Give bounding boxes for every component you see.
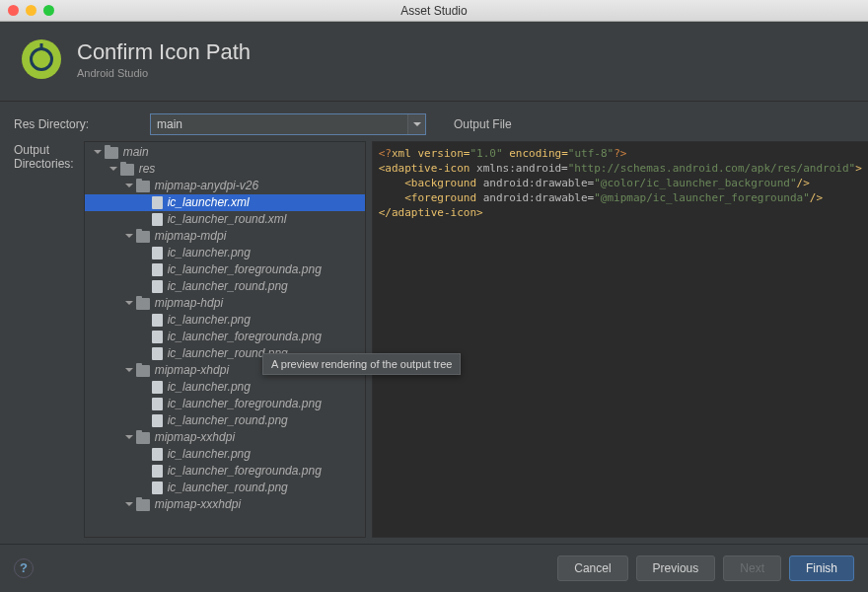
output-file-label: Output File [452, 117, 512, 131]
file-icon [152, 381, 163, 394]
tree-item-label: ic_launcher.png [168, 245, 251, 261]
file-icon [152, 331, 163, 343]
tree-item-label: mipmap-anydpi-v26 [155, 178, 258, 194]
tree-file[interactable]: ic_launcher.png [85, 312, 365, 329]
disclosure-triangle-icon[interactable] [124, 366, 134, 376]
tree-item-label: ic_launcher_round.png [168, 278, 288, 295]
spacer [140, 467, 150, 477]
tree-item-label: ic_launcher.png [168, 312, 251, 329]
tree-item-label: ic_launcher.png [168, 379, 251, 396]
folder-icon [136, 365, 150, 377]
tree-folder[interactable]: mipmap-mdpi [85, 228, 365, 245]
folder-icon [136, 298, 150, 310]
spacer [140, 450, 150, 460]
tree-folder[interactable]: res [85, 161, 365, 178]
disclosure-triangle-icon[interactable] [124, 182, 134, 191]
page-title: Confirm Icon Path [77, 39, 251, 65]
tree-item-label: ic_launcher_round.xml [168, 211, 287, 228]
disclosure-triangle-icon[interactable] [124, 433, 134, 443]
spacer [140, 198, 150, 208]
tree-file[interactable]: ic_launcher_foregrounda.png [85, 463, 365, 480]
tree-folder[interactable]: mipmap-xxhdpi [85, 429, 365, 446]
tree-file[interactable]: ic_launcher_round.png [85, 412, 365, 429]
tree-file[interactable]: ic_launcher_round.png [85, 278, 365, 295]
tree-item-label: ic_launcher_round.png [168, 412, 288, 429]
file-icon [152, 213, 163, 226]
tree-folder[interactable]: main [85, 144, 365, 161]
help-button[interactable]: ? [14, 558, 34, 578]
window-titlebar: Asset Studio [0, 0, 868, 22]
tree-file[interactable]: ic_launcher_round.png [85, 480, 365, 496]
spacer [140, 249, 150, 259]
disclosure-triangle-icon[interactable] [124, 232, 134, 242]
tree-file[interactable]: ic_launcher_foregrounda.png [85, 329, 365, 345]
tree-item-label: res [139, 161, 156, 178]
file-icon [152, 448, 163, 461]
spacer [140, 265, 150, 275]
spacer [140, 215, 150, 225]
page-subtitle: Android Studio [77, 67, 251, 79]
tree-item-label: mipmap-mdpi [155, 228, 227, 245]
tooltip: A preview rendering of the output tree [262, 353, 461, 375]
folder-icon [136, 499, 150, 511]
tree-item-label: mipmap-xxxhdpi [155, 496, 241, 513]
tree-item-label: ic_launcher_round.png [168, 480, 288, 496]
file-icon [152, 414, 163, 427]
disclosure-triangle-icon[interactable] [93, 148, 103, 158]
disclosure-triangle-icon[interactable] [124, 299, 134, 309]
spacer [140, 383, 150, 393]
tree-item-label: mipmap-xhdpi [155, 362, 229, 379]
tree-file[interactable]: ic_launcher.png [85, 379, 365, 396]
file-icon [152, 196, 163, 209]
tree-file[interactable]: ic_launcher_foregrounda.png [85, 261, 365, 278]
spacer [140, 416, 150, 426]
window-title: Asset Studio [0, 4, 868, 18]
tree-file[interactable]: ic_launcher.png [85, 245, 365, 261]
tree-item-label: ic_launcher_foregrounda.png [168, 261, 322, 278]
disclosure-triangle-icon[interactable] [108, 165, 118, 175]
finish-button[interactable]: Finish [789, 555, 854, 581]
chevron-down-icon [407, 114, 425, 134]
tree-item-label: ic_launcher.xml [168, 194, 250, 211]
tree-item-label: mipmap-xxhdpi [155, 429, 235, 446]
file-icon [152, 247, 163, 259]
next-button: Next [723, 555, 781, 581]
file-icon [152, 263, 163, 276]
tree-item-label: main [123, 144, 149, 161]
tree-folder[interactable]: mipmap-hdpi [85, 295, 365, 312]
xml-text: xml version= [392, 147, 470, 160]
spacer [140, 483, 150, 493]
spacer [140, 333, 150, 342]
output-file-preview[interactable]: <?xml version="1.0" encoding="utf-8"?> <… [372, 141, 868, 538]
dialog-footer: ? Cancel Previous Next Finish [0, 544, 868, 591]
tree-folder[interactable]: mipmap-xxxhdpi [85, 496, 365, 513]
tree-item-label: mipmap-hdpi [155, 295, 223, 312]
spacer [140, 400, 150, 409]
file-icon [152, 347, 163, 360]
dialog-header: Confirm Icon Path Android Studio [0, 22, 868, 102]
spacer [140, 282, 150, 292]
tree-file[interactable]: ic_launcher_foregrounda.png [85, 396, 365, 412]
res-directory-label: Res Directory: [14, 117, 140, 131]
spacer [140, 349, 150, 359]
tree-folder[interactable]: mipmap-anydpi-v26 [85, 178, 365, 194]
file-icon [152, 481, 163, 494]
file-icon [152, 465, 163, 478]
folder-icon [136, 231, 150, 243]
file-icon [152, 280, 163, 293]
cancel-button[interactable]: Cancel [557, 555, 627, 581]
tree-file[interactable]: ic_launcher.xml [85, 194, 365, 211]
output-directories-tree[interactable]: mainresmipmap-anydpi-v26ic_launcher.xmli… [84, 141, 366, 538]
file-icon [152, 398, 163, 410]
tree-file[interactable]: ic_launcher_round.xml [85, 211, 365, 228]
previous-button[interactable]: Previous [636, 555, 716, 581]
folder-icon [136, 432, 150, 444]
tree-item-label: ic_launcher.png [168, 446, 251, 463]
disclosure-triangle-icon[interactable] [124, 500, 134, 510]
res-directory-select[interactable]: main [150, 113, 426, 135]
android-studio-icon [22, 39, 61, 79]
tree-file[interactable]: ic_launcher.png [85, 446, 365, 463]
output-directories-label: Output Directories: [14, 141, 74, 171]
tree-item-label: ic_launcher_foregrounda.png [168, 329, 322, 345]
folder-icon [105, 147, 118, 159]
